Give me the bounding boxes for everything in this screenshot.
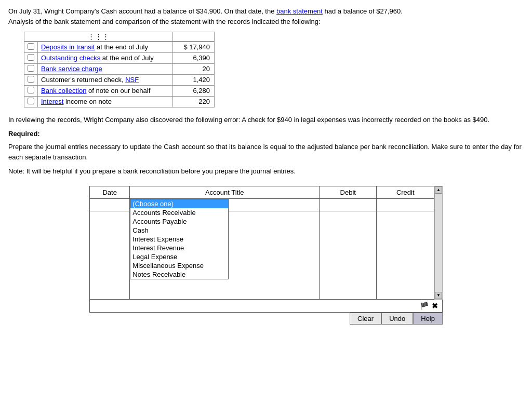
intro-text-part3: Analysis of the bank statement and compa…: [8, 18, 321, 25]
dropdown-option-ap[interactable]: Accounts Payable: [130, 217, 228, 226]
header-date: Date: [90, 186, 130, 198]
table-row: Bank service charge 20: [24, 63, 215, 74]
dropdown-option-cash[interactable]: Cash: [130, 226, 228, 235]
dropdown-option-interest-rev[interactable]: Interest Revenue: [130, 244, 228, 252]
dropdown-option-interest-exp[interactable]: Interest Expense: [130, 235, 228, 244]
action-icons: 🏴 ✖: [418, 301, 440, 311]
dropdown-list-1[interactable]: (Choose one) Accounts Receivable Account…: [130, 199, 229, 279]
journal-row-1: (Choose one) Accounts Receivable Account…: [90, 198, 434, 211]
scroll-down-arrow[interactable]: ▼: [435, 292, 442, 299]
bottom-buttons: Clear Undo Help: [89, 313, 443, 325]
dropdown-option-choose[interactable]: (Choose one): [130, 199, 228, 208]
scrollbar[interactable]: ▲ ▼: [434, 186, 443, 300]
intro-paragraph: On July 31, Wright Company's Cash accoun…: [8, 6, 524, 26]
info-table: ⋮⋮⋮ Deposits in transit at the end of Ju…: [24, 32, 215, 107]
checkbox-service[interactable]: [24, 63, 38, 74]
clear-button[interactable]: Clear: [350, 313, 381, 325]
journal-table-wrapper: Date Account Title Debit Credit: [89, 186, 434, 300]
table-row: Outstanding checks at the end of July 6,…: [24, 52, 215, 63]
checkbox-nsf[interactable]: [24, 74, 38, 85]
journal-table: Date Account Title Debit Credit: [89, 186, 434, 300]
checkbox-deposits[interactable]: [24, 42, 38, 53]
header-account: Account Title: [130, 186, 320, 198]
bank-statement-link[interactable]: bank statement: [276, 7, 323, 15]
checkbox-bank-collection[interactable]: [24, 85, 38, 96]
account-cell-1[interactable]: (Choose one) Accounts Receivable Account…: [130, 198, 320, 211]
close-icon-btn[interactable]: ✖: [431, 302, 439, 310]
action-row: 🏴 ✖: [89, 300, 443, 313]
scroll-up-arrow[interactable]: ▲: [435, 186, 442, 194]
debit-cell-1[interactable]: [319, 198, 377, 211]
table-row: Customer's returned check, NSF 1,420: [24, 74, 215, 85]
dropdown-option-ar[interactable]: Accounts Receivable: [130, 208, 228, 217]
table-row: Bank collection of note on our behalf 6,…: [24, 85, 215, 96]
credit-cell-1[interactable]: [377, 198, 434, 211]
table-header-dots: ⋮⋮⋮: [24, 32, 173, 42]
flag-icon-btn[interactable]: 🏴: [419, 302, 430, 310]
nsf-link[interactable]: NSF: [125, 76, 139, 84]
error-paragraph: In reviewing the records, Wright Company…: [8, 115, 524, 125]
journal-table-area: Date Account Title Debit Credit: [89, 186, 443, 300]
dropdown-option-misc[interactable]: Miscellaneous Expense: [130, 261, 228, 270]
journal-section: Date Account Title Debit Credit: [89, 186, 443, 325]
intro-text-part2: had a balance of $27,960.: [323, 7, 403, 15]
table-row: Interest income on note 220: [24, 96, 215, 107]
debit-cell-2[interactable]: [319, 211, 377, 299]
dropdown-option-legal[interactable]: Legal Expense: [130, 252, 228, 261]
outstanding-checks-link[interactable]: Outstanding checks: [41, 54, 100, 62]
date-cell-2[interactable]: [90, 211, 130, 299]
bank-service-link[interactable]: Bank service charge: [41, 65, 102, 73]
note-paragraph: Note: It will be helpful if you prepare …: [8, 166, 524, 177]
dropdown-option-notes[interactable]: Notes Receivable: [130, 270, 228, 279]
bank-collection-link[interactable]: Bank collection: [41, 87, 86, 95]
date-cell-1[interactable]: [90, 198, 130, 211]
credit-cell-2[interactable]: [377, 211, 434, 299]
undo-button[interactable]: Undo: [381, 313, 413, 325]
interest-link[interactable]: Interest: [41, 98, 63, 105]
scroll-track: [435, 194, 442, 292]
help-button[interactable]: Help: [413, 313, 443, 325]
header-debit: Debit: [319, 186, 377, 198]
required-label: Required:: [8, 130, 524, 138]
header-credit: Credit: [377, 186, 434, 198]
prepare-paragraph: Prepare the journal entries necessary to…: [8, 142, 524, 162]
table-row: Deposits in transit at the end of July $…: [24, 42, 215, 53]
intro-text-part1: On July 31, Wright Company's Cash accoun…: [8, 7, 276, 15]
deposits-transit-link[interactable]: Deposits in transit: [41, 43, 95, 51]
checkbox-interest[interactable]: [24, 96, 38, 107]
checkbox-outstanding[interactable]: [24, 52, 38, 63]
